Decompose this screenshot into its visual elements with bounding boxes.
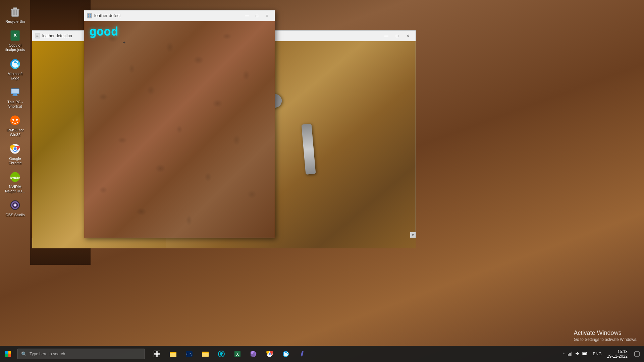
desktop-icon-ipmsg[interactable]: IPMSG forWin32 bbox=[2, 112, 29, 138]
leather-defect-content: good + bbox=[84, 21, 275, 238]
ipmsg-icon bbox=[8, 114, 22, 127]
start-button[interactable] bbox=[0, 346, 16, 362]
search-icon: 🔍 bbox=[21, 351, 27, 357]
desktop-icon-recycle-bin[interactable]: Recycle Bin bbox=[2, 3, 29, 25]
clock-time: 15:13 bbox=[607, 349, 628, 354]
activate-windows-title: Activate Windows bbox=[574, 329, 637, 337]
google-chrome-icon bbox=[8, 142, 22, 156]
tray-network-icon[interactable] bbox=[568, 351, 572, 357]
taskbar-search-bar[interactable]: 🔍 Type here to search bbox=[17, 349, 145, 359]
svg-rect-39 bbox=[154, 354, 157, 357]
desktop-icon-nvidia-nsight[interactable]: NVIDIA NVIDIANsight HU... bbox=[2, 169, 29, 195]
desktop: Recycle Bin X Copy offinalprojects bbox=[0, 0, 644, 362]
leather-defect-window: leather defect — □ ✕ good + bbox=[84, 10, 275, 238]
svg-rect-42 bbox=[170, 353, 176, 357]
copy-finalprojects-label: Copy offinalprojects bbox=[5, 43, 25, 52]
visual-studio-icon bbox=[250, 350, 258, 358]
svg-marker-63 bbox=[576, 352, 578, 355]
leather-defect-controls: — □ ✕ bbox=[242, 12, 272, 20]
edge-taskbar-icon bbox=[282, 350, 290, 358]
svg-rect-37 bbox=[154, 351, 157, 354]
svg-rect-35 bbox=[5, 354, 8, 357]
svg-rect-61 bbox=[570, 353, 571, 356]
taskbar: 🔍 Type here to search bbox=[0, 346, 644, 362]
microsoft-edge-icon bbox=[8, 57, 22, 71]
svg-rect-34 bbox=[8, 351, 11, 354]
leather-defect-minimize[interactable]: — bbox=[242, 12, 252, 20]
svg-rect-10 bbox=[11, 89, 19, 94]
svg-point-14 bbox=[12, 119, 14, 121]
leather-defect-maximize[interactable]: □ bbox=[252, 12, 262, 20]
clock-date: 19-12-2022 bbox=[607, 354, 628, 359]
taskbar-app-media-player[interactable] bbox=[213, 346, 229, 362]
svg-rect-66 bbox=[587, 353, 587, 354]
leather-detection-minimize[interactable]: — bbox=[381, 32, 391, 40]
taskbar-app-chrome[interactable] bbox=[262, 346, 278, 362]
microsoft-edge-label: MicrosoftEdge bbox=[8, 72, 23, 80]
tray-volume-icon[interactable] bbox=[575, 351, 580, 357]
taskbar-app-task-view[interactable] bbox=[149, 346, 165, 362]
svg-rect-31 bbox=[88, 16, 89, 17]
svg-text:C:\: C:\ bbox=[186, 353, 192, 356]
svg-point-15 bbox=[16, 119, 18, 121]
obs-studio-icon bbox=[8, 198, 22, 212]
svg-rect-36 bbox=[8, 354, 11, 357]
nvidia-nsight-icon: NVIDIA bbox=[8, 170, 22, 184]
taskbar-app-file-explorer[interactable] bbox=[165, 346, 181, 362]
desktop-icon-obs-studio[interactable]: OBS Studio bbox=[2, 197, 29, 219]
svg-rect-57 bbox=[301, 351, 304, 357]
svg-rect-40 bbox=[157, 354, 160, 357]
taskbar-app-pen[interactable] bbox=[294, 346, 310, 362]
svg-rect-32 bbox=[90, 16, 91, 17]
good-classification-label: good bbox=[89, 24, 118, 38]
taskbar-app-excel[interactable]: X bbox=[229, 346, 246, 362]
nvidia-nsight-label: NVIDIANsight HU... bbox=[5, 185, 25, 193]
tray-battery-icon[interactable] bbox=[582, 351, 588, 357]
scroll-indicator[interactable]: ▼ bbox=[410, 232, 416, 238]
leather-detection-close[interactable]: ✕ bbox=[403, 32, 413, 40]
leather-detection-title-text: leather detection bbox=[42, 34, 72, 38]
recycle-bin-icon bbox=[8, 5, 22, 18]
taskbar-app-terminal[interactable]: C:\ bbox=[181, 346, 197, 362]
taskbar-app-file-explorer2[interactable] bbox=[197, 346, 213, 362]
activate-windows-watermark: Activate Windows Go to Settings to activ… bbox=[574, 329, 637, 342]
file-explorer2-icon bbox=[201, 350, 209, 358]
language-badge[interactable]: ENG bbox=[592, 352, 603, 356]
activate-windows-subtitle: Go to Settings to activate Windows. bbox=[574, 337, 637, 342]
notification-icon bbox=[634, 351, 640, 357]
svg-rect-62 bbox=[571, 352, 572, 356]
task-view-icon bbox=[153, 350, 161, 358]
obs-studio-label: OBS Studio bbox=[5, 213, 24, 217]
search-placeholder-text: Type here to search bbox=[30, 352, 65, 356]
taskbar-app-visual-studio[interactable] bbox=[246, 346, 262, 362]
svg-rect-59 bbox=[568, 354, 569, 356]
svg-rect-5 bbox=[13, 7, 17, 9]
notification-center-button[interactable] bbox=[632, 346, 642, 362]
svg-rect-60 bbox=[569, 353, 570, 356]
svg-rect-3 bbox=[16, 10, 17, 15]
this-pc-label: This PC -Shortcut bbox=[7, 100, 23, 109]
taskbar-app-edge[interactable] bbox=[278, 346, 294, 362]
svg-text:X: X bbox=[236, 352, 239, 357]
svg-rect-65 bbox=[583, 353, 586, 355]
leather-detection-title-area: ✏ leather detection bbox=[35, 33, 72, 39]
desktop-icon-google-chrome[interactable]: GoogleChrome bbox=[2, 140, 29, 167]
paint-icon: ✏ bbox=[35, 33, 40, 39]
taskbar-system-tray: ^ bbox=[559, 346, 644, 362]
leather-defect-title-area: leather defect bbox=[87, 13, 121, 18]
excel-file-icon: X bbox=[8, 29, 22, 42]
desktop-icon-microsoft-edge[interactable]: MicrosoftEdge bbox=[2, 56, 29, 82]
svg-point-19 bbox=[14, 147, 17, 150]
desktop-icon-this-pc[interactable]: This PC -Shortcut bbox=[2, 84, 29, 110]
chrome-taskbar-icon bbox=[266, 350, 274, 358]
svg-text:✏: ✏ bbox=[36, 35, 39, 38]
desktop-icon-copy-finalprojects[interactable]: X Copy offinalprojects bbox=[2, 27, 29, 54]
tray-chevron-icon[interactable]: ^ bbox=[562, 352, 565, 357]
leather-defect-close[interactable]: ✕ bbox=[262, 12, 272, 20]
leather-detection-maximize[interactable]: □ bbox=[392, 32, 402, 40]
crosshair-cursor: + bbox=[123, 40, 125, 45]
ipmsg-label: IPMSG forWin32 bbox=[6, 128, 23, 137]
taskbar-clock[interactable]: 15:13 19-12-2022 bbox=[604, 349, 631, 359]
leather-detection-controls: — □ ✕ bbox=[381, 32, 413, 40]
windows-logo-icon bbox=[5, 351, 11, 357]
